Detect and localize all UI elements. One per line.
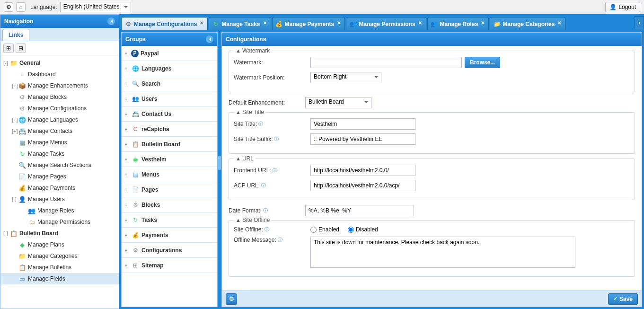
tab-links[interactable]: Links <box>2 29 29 41</box>
toggle-icon[interactable]: + <box>124 187 131 193</box>
close-icon[interactable]: ✕ <box>200 20 205 26</box>
site-suffix-input[interactable] <box>310 133 415 145</box>
group-item[interactable]: +⚙Configurations <box>122 243 217 258</box>
tree-item[interactable]: ↻Manage Tasks <box>0 148 119 159</box>
tree-item[interactable]: ◆Manage Plans <box>0 239 119 250</box>
workspace-tab[interactable]: 👥Manage Roles✕ <box>427 17 489 30</box>
disabled-radio[interactable]: Disabled <box>348 226 378 233</box>
group-item[interactable]: +PPaypal <box>122 46 217 61</box>
expand-all-icon[interactable]: ⊞ <box>3 44 14 53</box>
tree-item[interactable]: [-]👤Manage Users <box>0 194 119 205</box>
splitter[interactable] <box>218 32 221 307</box>
close-icon[interactable]: ✕ <box>337 20 343 26</box>
gear-button[interactable]: ⚙ <box>226 293 237 305</box>
toggle-icon[interactable]: [-] <box>12 196 18 202</box>
help-icon[interactable]: ⓘ <box>273 167 277 174</box>
tree-item[interactable]: ⚙Manage Blocks <box>0 91 119 103</box>
offline-msg-textarea[interactable]: This site is down for maintenance. Pleas… <box>310 237 575 268</box>
tab-scroll-right[interactable]: › <box>635 16 644 29</box>
collapse-all-icon[interactable]: ⊟ <box>16 44 26 53</box>
toggle-icon[interactable]: + <box>124 126 131 132</box>
acp-url-input[interactable] <box>310 180 415 191</box>
tree-item[interactable]: ⚙Manage Configurations <box>0 103 119 114</box>
watermark-pos-select[interactable]: Bottom Right <box>310 72 381 83</box>
fe-url-input[interactable] <box>310 165 415 176</box>
tree-item[interactable]: [-]📁General <box>0 57 119 69</box>
toggle-icon[interactable]: [-] <box>3 60 10 66</box>
help-icon[interactable]: ⓘ <box>258 121 263 127</box>
group-item[interactable]: +📄Pages <box>122 182 217 197</box>
home-icon[interactable]: ⌂ <box>16 2 26 12</box>
toggle-icon[interactable]: + <box>124 96 131 102</box>
toggle-icon[interactable]: + <box>124 157 131 162</box>
save-button[interactable]: Save <box>608 293 638 305</box>
toggle-icon[interactable]: + <box>124 81 131 87</box>
toggle-icon[interactable]: [-] <box>3 230 10 236</box>
group-item[interactable]: +🔍Search <box>122 76 217 91</box>
help-icon[interactable]: ⓘ <box>261 182 266 189</box>
toggle-icon[interactable]: + <box>124 141 131 147</box>
toggle-icon[interactable]: + <box>124 172 131 177</box>
group-item[interactable]: +📋Bulletin Board <box>122 137 217 152</box>
toggle-icon[interactable]: + <box>124 111 131 117</box>
tree-item[interactable]: 🔍Manage Search Sections <box>0 159 119 171</box>
collapse-icon[interactable] <box>107 18 115 25</box>
group-item[interactable]: +⚙Blocks <box>122 197 217 212</box>
group-item[interactable]: +👥Users <box>122 91 217 106</box>
tree-item[interactable]: 📋Manage Bulletins <box>0 262 119 273</box>
group-item[interactable]: +◉Vesthelm <box>122 152 217 167</box>
group-item[interactable]: +💰Payments <box>122 228 217 243</box>
toggle-icon[interactable]: [+] <box>12 117 18 123</box>
workspace-tab[interactable]: ↻Manage Tasks✕ <box>209 17 271 30</box>
group-item[interactable]: +🌐Languages <box>122 61 217 76</box>
language-select[interactable]: English (United States <box>60 2 131 12</box>
default-enh-select[interactable]: Bulletin Board <box>305 97 371 108</box>
close-icon[interactable]: ✕ <box>557 20 563 26</box>
tree-item[interactable]: ▭Manage Fields <box>0 273 119 284</box>
workspace-tab[interactable]: 💰Manage Payments✕ <box>272 17 345 30</box>
tree-item[interactable]: 🗂Manage Permissions <box>0 216 119 228</box>
group-item[interactable]: +↻Tasks <box>122 212 217 228</box>
toggle-icon[interactable]: [+] <box>12 83 18 88</box>
toggle-icon[interactable]: + <box>124 202 131 208</box>
workspace-tab[interactable]: ⚙Manage Configurations✕ <box>121 17 208 30</box>
close-icon[interactable]: ✕ <box>481 20 486 26</box>
tree-item[interactable]: 📁Manage Categories <box>0 250 119 262</box>
group-item[interactable]: +CreCaptcha <box>122 122 217 137</box>
tree-item[interactable]: ▫Dashboard <box>0 69 119 80</box>
site-title-input[interactable] <box>310 118 415 130</box>
tree-item[interactable]: [+]📇Manage Contacts <box>0 125 119 137</box>
tree-item[interactable]: 💰Manage Payments <box>0 182 119 194</box>
tree-item[interactable]: 👥Manage Roles <box>0 205 119 216</box>
tree-item[interactable]: ▤Manage Menus <box>0 137 119 148</box>
enabled-radio[interactable]: Enabled <box>310 226 339 233</box>
date-fmt-input[interactable] <box>305 205 414 216</box>
collapse-icon[interactable] <box>206 35 213 43</box>
tree-item[interactable]: [+]📦Manage Enhancements <box>0 80 119 91</box>
logout-button[interactable]: 👤Logout <box>605 2 640 12</box>
watermark-input[interactable] <box>310 57 462 68</box>
toggle-icon[interactable]: + <box>124 232 131 238</box>
group-item[interactable]: +📇Contact Us <box>122 106 217 122</box>
help-icon[interactable]: ⓘ <box>265 226 269 233</box>
tree-item[interactable]: 📄Manage Pages <box>0 171 119 182</box>
help-icon[interactable]: ⓘ <box>263 207 268 214</box>
close-icon[interactable]: ✕ <box>418 20 424 26</box>
help-icon[interactable]: ⓘ <box>274 136 279 142</box>
tree-item[interactable]: [-]📋Bulletin Board <box>0 228 119 239</box>
toggle-icon[interactable]: + <box>124 66 131 71</box>
cog-icon[interactable]: ⚙ <box>4 2 13 12</box>
toggle-icon[interactable]: + <box>124 217 131 223</box>
toggle-icon[interactable]: + <box>124 51 131 56</box>
toggle-icon[interactable]: + <box>124 263 131 268</box>
close-icon[interactable]: ✕ <box>263 20 269 26</box>
tree-item[interactable]: [+]🌐Manage Languages <box>0 114 119 125</box>
toggle-icon[interactable]: [+] <box>12 128 18 134</box>
group-item[interactable]: +⊞Sitemap <box>122 258 217 273</box>
toggle-icon[interactable]: + <box>124 247 131 253</box>
workspace-tab[interactable]: 📁Manage Categories✕ <box>490 17 565 30</box>
group-item[interactable]: +▤Menus <box>122 167 217 182</box>
browse-button[interactable]: Browse... <box>465 57 500 68</box>
workspace-tab[interactable]: 👥Manage Permissions✕ <box>346 17 426 30</box>
help-icon[interactable]: ⓘ <box>278 237 282 243</box>
